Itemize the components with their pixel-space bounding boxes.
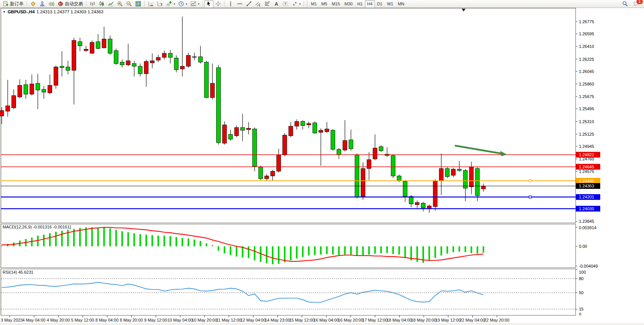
timeframe-button-d1[interactable]: D1 — [375, 0, 385, 8]
candle-body — [192, 57, 196, 57]
time-tick — [277, 315, 278, 317]
timeframe-button-m30[interactable]: M30 — [342, 0, 355, 8]
channel-button[interactable]: E — [253, 0, 263, 8]
macd-tick-label: 0.00 — [579, 244, 587, 249]
symbol-menu-toggle-icon[interactable]: ▼ — [3, 10, 6, 14]
candle-body — [258, 167, 263, 179]
vertical-line-button[interactable] — [226, 0, 235, 8]
time-tick — [156, 315, 156, 317]
text-button[interactable]: A — [272, 0, 281, 8]
line-handle[interactable] — [529, 196, 531, 198]
rsi-tick-label: 50 — [579, 290, 583, 295]
label-button[interactable]: T — [281, 0, 290, 8]
candle-body — [253, 129, 257, 166]
candle-body — [132, 63, 136, 66]
candle-body — [307, 124, 311, 125]
tile-windows-button[interactable] — [134, 0, 143, 8]
dropdown-arrow-icon[interactable]: ▾ — [174, 2, 175, 6]
time-tick — [399, 315, 400, 317]
candle-body — [12, 95, 16, 108]
fibonacci-button[interactable]: F — [263, 0, 272, 8]
chat-button[interactable]: 1 — [632, 0, 641, 8]
candle-body — [445, 168, 450, 177]
autotrade-button[interactable]: 自动交易 — [56, 0, 84, 8]
market-watch-button[interactable] — [29, 0, 38, 8]
main-pane-frame — [1, 8, 576, 223]
auto-scroll-button[interactable] — [146, 0, 155, 8]
candle-body — [228, 135, 233, 140]
candle-body — [126, 61, 130, 65]
fibonacci-icon: F — [264, 1, 270, 7]
timeframe-button-h1[interactable]: H1 — [355, 0, 365, 8]
chart-title: ▼ GBPUSD-,H4 1.24313 1.24377 1.24303 1.2… — [3, 10, 104, 14]
timeframe-button-h4[interactable]: H4 — [365, 0, 375, 8]
dropdown-arrow-icon[interactable]: ▾ — [299, 2, 301, 6]
zoom-out-button[interactable] — [124, 0, 134, 8]
time-label: 10 May 20:00 — [192, 318, 217, 322]
macd-pane[interactable]: 0.0039140.00-0.004049 — [0, 224, 644, 269]
price-tick-label: 1.24575 — [579, 169, 594, 174]
time-label: 4 May 20:00 — [47, 318, 70, 322]
candle-body — [210, 83, 215, 98]
horizontal-line-button[interactable] — [235, 0, 244, 8]
price-tick-label: 1.26225 — [579, 57, 594, 62]
candle-body — [337, 149, 341, 155]
shapes-button[interactable]: ▾ — [290, 0, 302, 8]
dropdown-arrow-icon[interactable]: ▾ — [198, 2, 199, 6]
vertical-line-icon — [228, 1, 234, 7]
time-label: 22 May 20:00 — [484, 318, 510, 322]
candle-body — [349, 140, 353, 149]
time-label: 10 May 04:00 — [167, 318, 193, 322]
toolbar-separator — [86, 1, 86, 7]
candle-body — [234, 128, 239, 136]
new-order-button-label: 新订单 — [10, 1, 24, 7]
alerts-button[interactable] — [47, 0, 56, 8]
candle-body — [90, 43, 94, 54]
toolbar-grip — [306, 1, 308, 7]
cursor-button[interactable] — [204, 0, 214, 8]
trendline-button[interactable] — [244, 0, 253, 8]
add-indicator-button[interactable]: ▾ — [164, 0, 177, 8]
templates-button[interactable]: ▾ — [189, 0, 201, 8]
candle-body — [403, 181, 407, 196]
timeframe-button-m5[interactable]: M5 — [319, 0, 329, 8]
rsi-pane[interactable]: 1008050150 — [0, 269, 644, 316]
main-chart-pane[interactable]: 1.267751.265951.264101.262251.260451.258… — [0, 8, 644, 224]
toolbar-separator — [27, 1, 27, 7]
navigator-button[interactable] — [38, 0, 47, 8]
search-button[interactable] — [620, 0, 630, 8]
candle-body — [96, 42, 100, 49]
candle-body — [222, 125, 226, 143]
timeframe-button-m15[interactable]: M15 — [330, 0, 342, 8]
rsi-axis[interactable]: 1008050150 — [575, 269, 586, 316]
candle-body — [247, 128, 251, 130]
candle-chart-button[interactable] — [97, 0, 106, 8]
candle-body — [0, 111, 4, 116]
candle-body — [271, 171, 275, 176]
timeframe-button-mn[interactable]: MN — [395, 0, 406, 8]
line-handle[interactable] — [529, 180, 531, 182]
candle-body — [283, 135, 287, 155]
toolbar-separator — [202, 1, 203, 7]
time-tick — [472, 315, 473, 317]
crosshair-icon — [215, 1, 221, 7]
time-tick — [10, 315, 10, 317]
candle-body — [66, 67, 70, 70]
crosshair-button[interactable] — [214, 0, 223, 8]
macd-axis[interactable]: 0.0039140.00-0.004049 — [575, 225, 598, 268]
timeframe-button-m1[interactable]: M1 — [309, 0, 319, 8]
bar-chart-button[interactable] — [88, 0, 97, 8]
chart-shift-button[interactable] — [155, 0, 164, 8]
zoom-in-button[interactable] — [115, 0, 124, 8]
dropdown-arrow-icon[interactable]: ▾ — [186, 2, 187, 6]
line-chart-button[interactable] — [106, 0, 115, 8]
candle-body — [415, 203, 419, 205]
time-label: 8 May 20:00 — [120, 318, 143, 322]
candle-body — [295, 122, 299, 127]
chart-window[interactable]: ▼ GBPUSD-,H4 1.24313 1.24377 1.24303 1.2… — [0, 8, 644, 325]
timeframe-button-w1[interactable]: W1 — [385, 0, 396, 8]
new-order-button[interactable]: 新订单 — [1, 0, 25, 8]
rsi-indicator-label: RSI(14) 45.6231 — [3, 270, 33, 274]
price-axis[interactable]: 1.267751.265951.264101.262251.260451.258… — [575, 19, 600, 224]
periods-button[interactable]: ▾ — [177, 0, 189, 8]
